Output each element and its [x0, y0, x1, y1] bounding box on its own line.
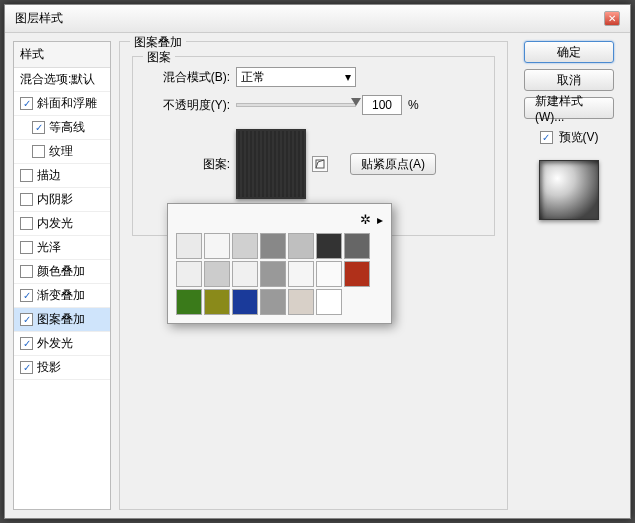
opacity-unit: %: [408, 98, 419, 112]
sidebar-item-label: 描边: [37, 167, 61, 184]
pattern-swatch[interactable]: [176, 233, 202, 259]
pattern-swatch[interactable]: [260, 289, 286, 315]
opacity-input[interactable]: [362, 95, 402, 115]
checkbox[interactable]: ✓: [20, 289, 33, 302]
sidebar-item[interactable]: 描边: [14, 164, 110, 188]
pattern-swatch[interactable]: [232, 233, 258, 259]
inner-title: 图案: [143, 49, 175, 66]
sidebar-item[interactable]: ✓等高线: [14, 116, 110, 140]
snap-origin-button[interactable]: 贴紧原点(A): [350, 153, 436, 175]
pattern-swatch[interactable]: [260, 261, 286, 287]
sidebar-item[interactable]: ✓投影: [14, 356, 110, 380]
sidebar-item-label: 渐变叠加: [37, 287, 85, 304]
checkbox[interactable]: [20, 169, 33, 182]
pattern-swatch[interactable]: [204, 233, 230, 259]
sidebar-item[interactable]: 光泽: [14, 236, 110, 260]
opacity-slider[interactable]: [236, 103, 356, 107]
sidebar-item[interactable]: ✓外发光: [14, 332, 110, 356]
pattern-swatch[interactable]: [204, 261, 230, 287]
checkbox[interactable]: ✓: [20, 313, 33, 326]
sidebar-item[interactable]: 纹理: [14, 140, 110, 164]
checkbox[interactable]: ✓: [32, 121, 45, 134]
sidebar-item-label: 颜色叠加: [37, 263, 85, 280]
dialog-title: 图层样式: [15, 10, 63, 27]
layer-style-dialog: 图层样式 ✕ 样式 混合选项:默认 ✓斜面和浮雕✓等高线纹理描边内阴影内发光光泽…: [4, 4, 631, 519]
preview-label: 预览(V): [559, 129, 599, 146]
pattern-swatch[interactable]: [344, 233, 370, 259]
checkbox[interactable]: [20, 241, 33, 254]
sidebar-item-label: 光泽: [37, 239, 61, 256]
sidebar-item-label: 外发光: [37, 335, 73, 352]
blend-mode-value: 正常: [241, 69, 265, 86]
opacity-label: 不透明度(Y):: [145, 97, 230, 114]
pattern-swatch[interactable]: [288, 289, 314, 315]
new-pattern-icon[interactable]: [312, 156, 328, 172]
preview-checkbox[interactable]: ✓: [540, 131, 553, 144]
pattern-swatch[interactable]: [316, 261, 342, 287]
sidebar-item-label: 内阴影: [37, 191, 73, 208]
sidebar-item-label: 等高线: [49, 119, 85, 136]
pattern-swatch[interactable]: [260, 233, 286, 259]
sidebar-item[interactable]: ✓斜面和浮雕: [14, 92, 110, 116]
sidebar-item-label: 内发光: [37, 215, 73, 232]
checkbox[interactable]: ✓: [20, 337, 33, 350]
cancel-button[interactable]: 取消: [524, 69, 614, 91]
pattern-label: 图案:: [145, 156, 230, 173]
blend-mode-select[interactable]: 正常 ▾: [236, 67, 356, 87]
pattern-swatch[interactable]: [344, 261, 370, 287]
pattern-picker-popup: ✲ ▸: [167, 203, 392, 324]
checkbox[interactable]: [20, 217, 33, 230]
titlebar: 图层样式 ✕: [5, 5, 630, 33]
pattern-swatch[interactable]: [288, 261, 314, 287]
pattern-swatch[interactable]: [176, 289, 202, 315]
pattern-swatch[interactable]: [204, 289, 230, 315]
pattern-swatch[interactable]: [316, 233, 342, 259]
style-preview: [539, 160, 599, 220]
picker-menu-icon[interactable]: ▸: [377, 213, 383, 227]
pattern-swatch[interactable]: [232, 261, 258, 287]
checkbox[interactable]: [20, 193, 33, 206]
sidebar-item[interactable]: ✓图案叠加: [14, 308, 110, 332]
style-list-header: 样式: [14, 42, 110, 68]
sidebar-item-label: 斜面和浮雕: [37, 95, 97, 112]
checkbox[interactable]: ✓: [20, 361, 33, 374]
pattern-preview[interactable]: [236, 129, 306, 199]
close-icon[interactable]: ✕: [604, 11, 620, 26]
pattern-swatch[interactable]: [288, 233, 314, 259]
pattern-swatch[interactable]: [316, 289, 342, 315]
new-style-button[interactable]: 新建样式(W)...: [524, 97, 614, 119]
blend-options-row[interactable]: 混合选项:默认: [14, 68, 110, 92]
pattern-swatch[interactable]: [232, 289, 258, 315]
blend-mode-label: 混合模式(B):: [145, 69, 230, 86]
gear-icon[interactable]: ✲: [360, 212, 371, 227]
sidebar-item[interactable]: 内阴影: [14, 188, 110, 212]
style-list: 样式 混合选项:默认 ✓斜面和浮雕✓等高线纹理描边内阴影内发光光泽颜色叠加✓渐变…: [13, 41, 111, 510]
sidebar-item-label: 图案叠加: [37, 311, 85, 328]
checkbox[interactable]: [32, 145, 45, 158]
checkbox[interactable]: ✓: [20, 97, 33, 110]
sidebar-item-label: 纹理: [49, 143, 73, 160]
sidebar-item-label: 投影: [37, 359, 61, 376]
pattern-swatch[interactable]: [176, 261, 202, 287]
chevron-down-icon: ▾: [345, 70, 351, 84]
ok-button[interactable]: 确定: [524, 41, 614, 63]
sidebar-item[interactable]: 颜色叠加: [14, 260, 110, 284]
sidebar-item[interactable]: 内发光: [14, 212, 110, 236]
checkbox[interactable]: [20, 265, 33, 278]
sidebar-item[interactable]: ✓渐变叠加: [14, 284, 110, 308]
